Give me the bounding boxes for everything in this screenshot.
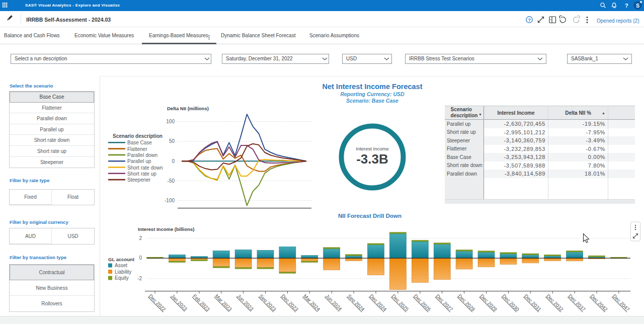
svg-text:-100: -100 bbox=[165, 198, 175, 203]
svg-text:Dec 2042: Dec 2042 bbox=[590, 293, 609, 312]
svg-text:Parallel down: Parallel down bbox=[127, 152, 157, 158]
svg-text:Jun 2023: Jun 2023 bbox=[236, 293, 255, 312]
svg-text:Dec 2032: Dec 2032 bbox=[545, 293, 565, 312]
svg-text:S: S bbox=[636, 3, 639, 9]
svg-text:Interest Income (billions): Interest Income (billions) bbox=[138, 226, 194, 232]
svg-text:Dec 2030: Dec 2030 bbox=[501, 293, 520, 312]
svg-text:Jun 2024: Jun 2024 bbox=[325, 293, 343, 312]
svg-text:Mar 2023: Mar 2023 bbox=[214, 293, 233, 312]
svg-text:Interest Income: Interest Income bbox=[356, 146, 388, 151]
svg-text:Short rate down: Short rate down bbox=[127, 165, 163, 171]
svg-text:0: 0 bbox=[139, 255, 142, 261]
svg-text:Jan 2023: Jan 2023 bbox=[170, 293, 188, 312]
svg-text:Dec 2025: Dec 2025 bbox=[390, 293, 410, 312]
svg-text:-2: -2 bbox=[137, 276, 142, 281]
svg-text:100: 100 bbox=[166, 119, 175, 124]
svg-text:Dec 2022: Dec 2022 bbox=[148, 293, 167, 312]
svg-text:Equity: Equity bbox=[115, 275, 129, 281]
svg-text:Dec 2029: Dec 2029 bbox=[479, 293, 498, 312]
svg-text:Dec 2023: Dec 2023 bbox=[280, 293, 299, 312]
svg-text:50: 50 bbox=[169, 138, 175, 144]
svg-text:Parallel up: Parallel up bbox=[127, 158, 151, 164]
svg-text:Liability: Liability bbox=[115, 269, 131, 275]
svg-text:Base Case: Base Case bbox=[127, 140, 152, 145]
svg-text:Delta NII (millions): Delta NII (millions) bbox=[167, 106, 209, 111]
svg-text:0: 0 bbox=[172, 158, 175, 164]
svg-text:Dec 2037: Dec 2037 bbox=[568, 293, 587, 312]
svg-text:Sep 2023: Sep 2023 bbox=[258, 293, 277, 312]
svg-text:Dec 2047: Dec 2047 bbox=[611, 293, 630, 312]
svg-text:Dec 2028: Dec 2028 bbox=[457, 293, 476, 312]
svg-text:Dec 2026: Dec 2026 bbox=[413, 293, 432, 312]
svg-text:?: ? bbox=[528, 18, 531, 23]
svg-text:-3.3B: -3.3B bbox=[356, 151, 388, 167]
svg-text:2: 2 bbox=[139, 235, 142, 241]
svg-text:Steepener: Steepener bbox=[127, 177, 151, 183]
svg-text:GL account: GL account bbox=[108, 257, 135, 262]
svg-text:Dec 2031: Dec 2031 bbox=[523, 293, 542, 312]
svg-text:Flattener: Flattener bbox=[127, 146, 147, 152]
svg-text:Short rate up: Short rate up bbox=[127, 171, 156, 177]
svg-text:Asset: Asset bbox=[115, 263, 127, 268]
svg-text:Sep 2024: Sep 2024 bbox=[347, 293, 366, 312]
svg-text:Dec 2024: Dec 2024 bbox=[369, 293, 388, 312]
svg-text:?: ? bbox=[625, 3, 628, 9]
svg-text:Scenario description: Scenario description bbox=[113, 133, 163, 139]
svg-text:Mar 2024: Mar 2024 bbox=[302, 293, 321, 312]
svg-text:Feb 2023: Feb 2023 bbox=[192, 293, 211, 312]
svg-text:-50: -50 bbox=[168, 178, 175, 184]
svg-text:Dec 2027: Dec 2027 bbox=[435, 293, 454, 312]
